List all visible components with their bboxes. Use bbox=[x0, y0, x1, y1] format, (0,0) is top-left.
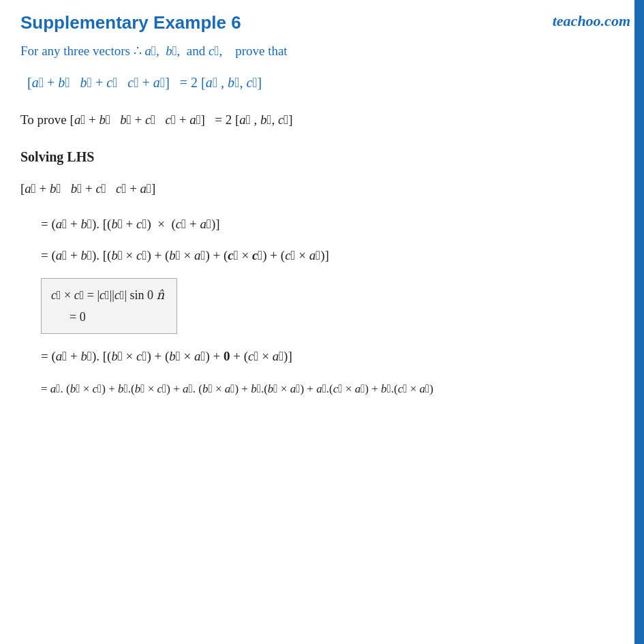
step-4: = a⃗. (b⃗ × c⃗) + b⃗.(b⃗ × c⃗) + a⃗. (b⃗… bbox=[41, 376, 624, 401]
page-title: Supplementary Example 6 bbox=[20, 12, 624, 33]
note-line1: c⃗ × c⃗ = |c⃗||c⃗| sin 0 n̂ bbox=[51, 284, 164, 306]
to-prove-text: To prove [a⃗ + b⃗ b⃗ + c⃗ c⃗ + a⃗] = 2 [… bbox=[20, 107, 624, 133]
note-box: c⃗ × c⃗ = |c⃗||c⃗| sin 0 n̂ = 0 bbox=[41, 278, 177, 335]
main-equation: [a⃗ + b⃗ b⃗ + c⃗ c⃗ + a⃗] = 2 [a⃗ , b⃗, … bbox=[20, 69, 624, 96]
note-box-container: c⃗ × c⃗ = |c⃗||c⃗| sin 0 n̂ = 0 bbox=[41, 274, 624, 339]
solving-lhs-label: Solving LHS bbox=[20, 149, 624, 165]
step-3: = (a⃗ + b⃗). [(b⃗ × c⃗) + (b⃗ × a⃗) + 0 … bbox=[41, 342, 624, 371]
prove-that-text: prove that bbox=[235, 44, 288, 58]
to-prove-label: To prove bbox=[20, 112, 67, 127]
brand-logo: teachoo.com bbox=[553, 12, 630, 30]
blue-bar bbox=[634, 0, 644, 644]
step-2: = (a⃗ + b⃗). [(b⃗ × c⃗) + (b⃗ × a⃗) + (c… bbox=[41, 241, 624, 270]
step-1: = (a⃗ + b⃗). [(b⃗ + c⃗) × (c⃗ + a⃗)] bbox=[41, 210, 624, 239]
lhs-expression: [a⃗ + b⃗ b⃗ + c⃗ c⃗ + a⃗] bbox=[20, 174, 624, 203]
note-line2: = 0 bbox=[51, 306, 164, 328]
intro-text: For any three vectors ∴ a⃗, b⃗, and c⃗, … bbox=[20, 40, 624, 62]
